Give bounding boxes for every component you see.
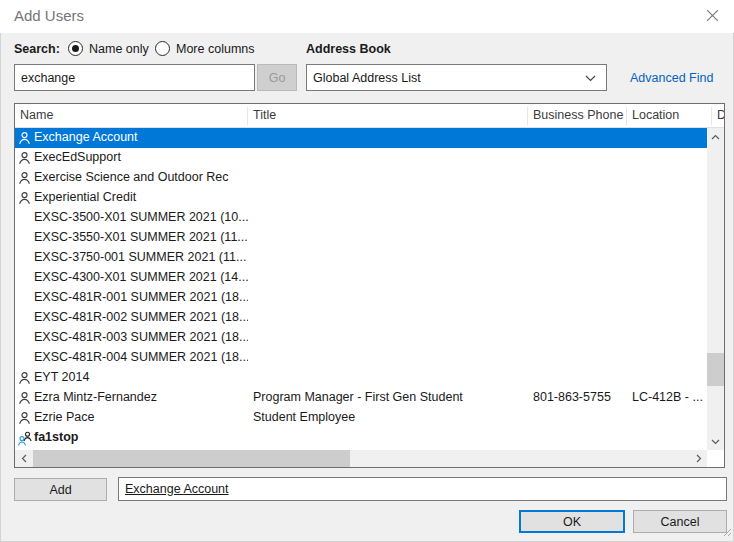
cell-name: EXSC-481R-003 SUMMER 2021 (18... (34, 330, 248, 344)
cell-name: EXSC-3500-X01 SUMMER 2021 (10... (34, 210, 248, 224)
cell-name: EXSC-3750-001 SUMMER 2021 (11... (34, 250, 248, 264)
add-button-label: Add (49, 483, 71, 497)
radio-circle-icon (68, 41, 83, 56)
cell-name: EXSC-3550-X01 SUMMER 2021 (11... (34, 230, 248, 244)
table-row[interactable]: Ezrie PaceStudent Employee (15, 408, 707, 428)
header-divider (626, 107, 627, 125)
cell-name: fa1stop (34, 430, 248, 444)
vertical-scrollbar[interactable] (707, 128, 724, 450)
address-book-select[interactable]: Global Address List (306, 64, 607, 91)
scroll-up-icon[interactable] (707, 128, 724, 145)
address-list: Name Title Business Phone Location De Ex… (14, 103, 725, 468)
no-icon (17, 270, 33, 286)
person-icon (17, 190, 33, 206)
person-icon (17, 390, 33, 406)
radio-name-only[interactable]: Name only (68, 41, 149, 56)
scroll-left-icon[interactable] (15, 450, 32, 467)
radio-name-only-label: Name only (89, 42, 149, 56)
column-header-name[interactable]: Name (20, 108, 53, 122)
vertical-scroll-thumb[interactable] (707, 353, 724, 386)
recipient-entry[interactable]: Exchange Account (125, 482, 229, 496)
go-button-label: Go (269, 71, 286, 85)
table-body: Exchange AccountExecEdSupportExercise Sc… (15, 128, 707, 450)
table-row[interactable]: Experiential Credit (15, 188, 707, 208)
cell-name: Exercise Science and Outdoor Rec (34, 170, 248, 184)
cell-name: EXSC-481R-002 SUMMER 2021 (18... (34, 310, 248, 324)
person-icon (17, 130, 33, 146)
cell-name: Experiential Credit (34, 190, 248, 204)
column-header-location[interactable]: Location (632, 108, 679, 122)
horizontal-scroll-thumb[interactable] (33, 450, 350, 467)
column-header-title[interactable]: Title (253, 108, 276, 122)
table-row[interactable]: EXSC-4300-X01 SUMMER 2021 (14... (15, 268, 707, 288)
table-row[interactable]: Exercise Science and Outdoor Rec (15, 168, 707, 188)
header-divider (527, 107, 528, 125)
radio-more-columns-label: More columns (176, 42, 255, 56)
column-header-business-phone[interactable]: Business Phone (533, 108, 623, 122)
ok-button[interactable]: OK (519, 510, 625, 533)
cell-location: LC-412B - ... (632, 390, 706, 404)
scroll-down-icon[interactable] (707, 433, 724, 450)
table-row[interactable]: EXSC-3500-X01 SUMMER 2021 (10... (15, 208, 707, 228)
resize-grip-icon[interactable] (723, 526, 732, 540)
person-icon (17, 150, 33, 166)
radio-circle-icon (155, 41, 170, 56)
person-icon (17, 370, 33, 386)
cell-phone: 801-863-5755 (533, 390, 629, 404)
group-icon (17, 430, 33, 446)
cell-name: EXSC-481R-004 SUMMER 2021 (18... (34, 350, 248, 364)
cancel-button[interactable]: Cancel (633, 510, 727, 533)
advanced-find-link[interactable]: Advanced Find (630, 71, 713, 85)
cell-name: Ezra Mintz-Fernandez (34, 390, 248, 404)
header-divider (247, 107, 248, 125)
address-book-value: Global Address List (313, 71, 585, 85)
no-icon (17, 330, 33, 346)
scroll-right-icon[interactable] (690, 450, 707, 467)
table-row[interactable]: ExecEdSupport (15, 148, 707, 168)
go-button[interactable]: Go (257, 64, 297, 91)
no-icon (17, 310, 33, 326)
cell-name: EXSC-4300-X01 SUMMER 2021 (14... (34, 270, 248, 284)
table-row[interactable]: EXSC-3550-X01 SUMMER 2021 (11... (15, 228, 707, 248)
cell-title: Program Manager - First Gen Student (253, 390, 529, 404)
no-icon (17, 350, 33, 366)
table-header: Name Title Business Phone Location De (15, 104, 724, 128)
title-bar: Add Users (0, 0, 734, 33)
add-users-dialog: { "dialog": { "title": "Add Users" }, "i… (0, 0, 734, 542)
table-row[interactable]: EYT 2014 (15, 368, 707, 388)
person-icon (17, 170, 33, 186)
recipients-field[interactable]: Exchange Account (118, 477, 727, 501)
table-row[interactable]: EXSC-481R-003 SUMMER 2021 (18... (15, 328, 707, 348)
table-row[interactable]: fa1stop (15, 428, 707, 448)
cancel-button-label: Cancel (661, 515, 700, 529)
cell-name: Exchange Account (34, 130, 248, 144)
close-icon (706, 9, 719, 25)
no-icon (17, 290, 33, 306)
cell-name: Ezrie Pace (34, 410, 248, 424)
add-button[interactable]: Add (14, 478, 107, 501)
horizontal-scrollbar[interactable] (15, 450, 707, 467)
close-button[interactable] (690, 0, 734, 33)
no-icon (17, 210, 33, 226)
cell-title: Student Employee (253, 410, 529, 424)
radio-more-columns[interactable]: More columns (155, 41, 255, 56)
header-divider (711, 107, 712, 125)
cell-name: EYT 2014 (34, 370, 248, 384)
no-icon (17, 230, 33, 246)
cell-name: ExecEdSupport (34, 150, 248, 164)
table-row[interactable]: EXSC-3750-001 SUMMER 2021 (11... (15, 248, 707, 268)
table-row[interactable]: EXSC-481R-002 SUMMER 2021 (18... (15, 308, 707, 328)
dialog-title: Add Users (14, 7, 84, 24)
address-book-label: Address Book (306, 42, 391, 56)
table-row[interactable]: Exchange Account (15, 128, 707, 148)
search-label: Search: (14, 42, 60, 56)
table-row[interactable]: EXSC-481R-004 SUMMER 2021 (18... (15, 348, 707, 368)
table-row[interactable]: EXSC-481R-001 SUMMER 2021 (18... (15, 288, 707, 308)
no-icon (17, 250, 33, 266)
ok-button-label: OK (563, 515, 581, 529)
column-header-department[interactable]: De (717, 108, 724, 122)
person-icon (17, 410, 33, 426)
chevron-down-icon (585, 71, 596, 85)
search-input[interactable] (14, 64, 255, 91)
table-row[interactable]: Ezra Mintz-FernandezProgram Manager - Fi… (15, 388, 707, 408)
